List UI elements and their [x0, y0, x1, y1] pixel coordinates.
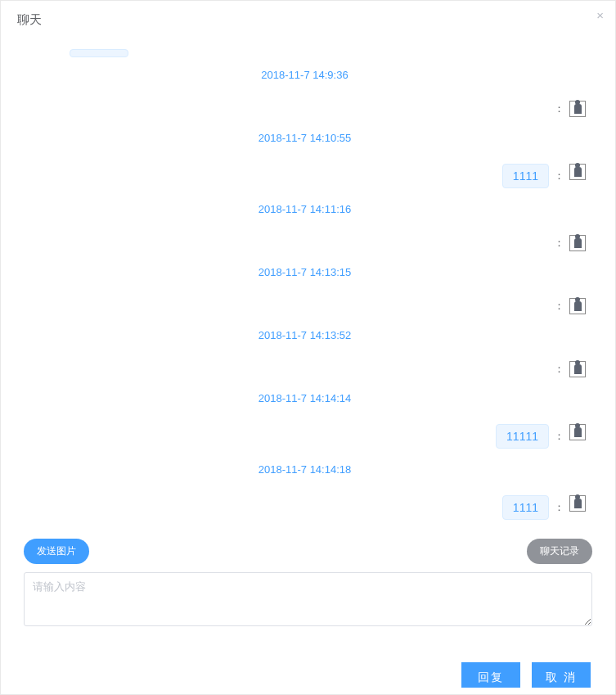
action-row: 发送图片 聊天记录 — [1, 532, 615, 569]
partial-bubble — [70, 49, 128, 57]
message-row: ： — [24, 298, 586, 314]
timestamp: 2018-11-7 14:9:36 — [24, 69, 586, 81]
input-area — [1, 569, 615, 638]
avatar — [569, 164, 586, 180]
person-icon — [574, 301, 582, 311]
colon-separator: ： — [554, 500, 564, 515]
message-bubble: 1111 — [502, 164, 549, 188]
colon-separator: ： — [554, 102, 564, 116]
timestamp: 2018-11-7 14:13:15 — [24, 266, 586, 278]
message-row: 11111： — [24, 424, 586, 449]
message-row: 1111： — [24, 164, 586, 188]
modal-header: 聊天 × — [1, 1, 615, 38]
colon-separator: ： — [554, 236, 564, 250]
person-icon — [574, 364, 582, 374]
reply-button[interactable]: 回复 — [461, 662, 520, 688]
chat-scroll-area[interactable]: 2018-11-7 14:9:36：2018-11-7 14:10:551111… — [24, 38, 592, 532]
message-row: ： — [24, 235, 586, 251]
message-bubble: 1111 — [502, 495, 549, 520]
modal-title: 聊天 — [17, 12, 599, 28]
chat-history-button[interactable]: 聊天记录 — [527, 539, 592, 564]
avatar — [569, 361, 586, 377]
message-input[interactable] — [24, 572, 592, 626]
colon-separator: ： — [554, 299, 564, 314]
chat-body: 2018-11-7 14:9:36：2018-11-7 14:10:551111… — [1, 38, 615, 532]
person-icon — [574, 427, 582, 437]
avatar — [569, 101, 586, 117]
avatar — [569, 235, 586, 251]
close-icon[interactable]: × — [596, 9, 604, 21]
timestamp: 2018-11-7 14:14:18 — [24, 463, 586, 476]
message-bubble: 11111 — [496, 424, 549, 449]
person-icon — [574, 238, 582, 248]
timestamp: 2018-11-7 14:10:55 — [24, 132, 586, 144]
person-icon — [574, 104, 582, 114]
footer: 回复 取 消 — [1, 638, 615, 694]
colon-separator: ： — [554, 362, 564, 377]
message-row: ： — [24, 101, 586, 117]
avatar — [569, 424, 586, 440]
timestamp: 2018-11-7 14:14:14 — [24, 392, 586, 404]
colon-separator: ： — [554, 429, 564, 444]
avatar — [569, 495, 586, 512]
person-icon — [574, 167, 582, 177]
timestamp: 2018-11-7 14:13:52 — [24, 329, 586, 341]
timestamp: 2018-11-7 14:11:16 — [24, 203, 586, 215]
send-image-button[interactable]: 发送图片 — [24, 539, 89, 564]
person-icon — [574, 499, 582, 508]
cancel-button[interactable]: 取 消 — [532, 662, 591, 688]
colon-separator: ： — [554, 169, 564, 183]
chat-modal: 聊天 × 2018-11-7 14:9:36：2018-11-7 14:10:5… — [0, 0, 616, 695]
message-row: ： — [24, 361, 586, 377]
avatar — [569, 298, 586, 314]
message-row: 1111： — [24, 495, 586, 520]
